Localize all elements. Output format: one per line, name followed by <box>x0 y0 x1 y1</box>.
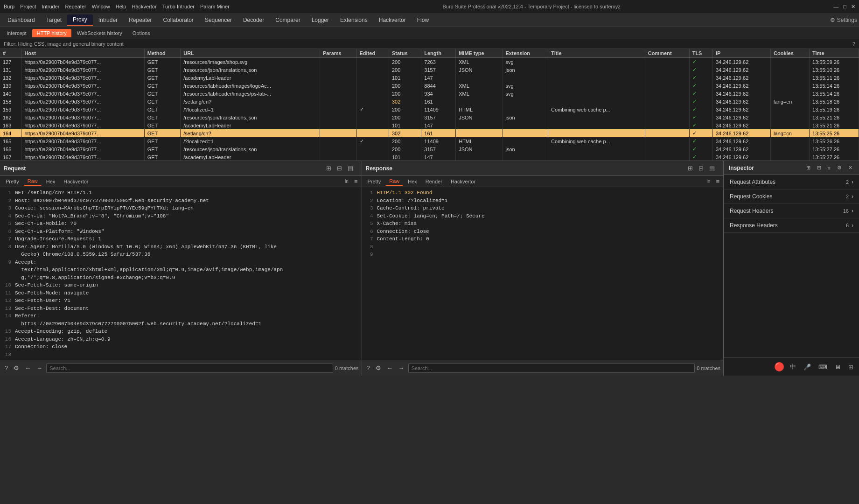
window-controls[interactable]: — □ ✕ <box>833 4 855 10</box>
table-row[interactable]: 139https://0a29007b04e9d379c077...GET/re… <box>0 82 859 90</box>
mic-icon[interactable]: 🎤 <box>802 363 813 371</box>
inspector-settings-icon[interactable]: ⚙ <box>835 164 844 172</box>
req-tab-hex[interactable]: Hex <box>42 178 59 185</box>
response-ln-toggle[interactable]: ln <box>705 177 712 186</box>
table-row[interactable]: 166https://0a29007b04e9d379c077...GET/re… <box>0 145 859 153</box>
menu-help[interactable]: Help <box>116 4 126 9</box>
table-row[interactable]: 127https://0a29007b04e9d379c077...GET/re… <box>0 58 859 66</box>
table-row[interactable]: 132https://0a29007b04e9d379c077...GET/ac… <box>0 74 859 82</box>
maximize-button[interactable]: □ <box>843 4 846 10</box>
filter-bar[interactable]: Filter: Hiding CSS, image and general bi… <box>0 39 859 49</box>
tab-intruder[interactable]: Intruder <box>93 15 123 25</box>
table-row[interactable]: 159https://0a29007b04e9d379c077...GET/?l… <box>0 105 859 113</box>
menu-intruder[interactable]: Intruder <box>42 4 60 9</box>
col-header-method[interactable]: Method <box>144 49 181 58</box>
tab-hackvertor[interactable]: Hackvertor <box>373 15 412 25</box>
menu-repeater[interactable]: Repeater <box>65 4 86 9</box>
tab-comparer[interactable]: Comparer <box>270 15 306 25</box>
tab-flow[interactable]: Flow <box>412 15 434 25</box>
req-tab-raw[interactable]: Raw <box>24 177 42 186</box>
response-view-toggle-1[interactable]: ⊞ <box>686 164 695 173</box>
menu-project[interactable]: Project <box>20 4 36 9</box>
col-header-cookies[interactable]: Cookies <box>771 49 810 58</box>
col-header-length[interactable]: Length <box>421 49 456 58</box>
inspector-section-row[interactable]: Request Attributes2› <box>724 175 859 189</box>
inspector-section-row[interactable]: Request Cookies2› <box>724 189 859 204</box>
tab-repeater[interactable]: Repeater <box>123 15 157 25</box>
response-search-input[interactable] <box>408 364 695 373</box>
col-header-url[interactable]: URL <box>181 49 320 58</box>
col-header-host[interactable]: Host <box>21 49 144 58</box>
col-header-time[interactable]: Time <box>810 49 859 58</box>
response-settings-icon[interactable]: ⚙ <box>374 364 383 372</box>
col-header-ip[interactable]: IP <box>712 49 770 58</box>
http-history-table-container[interactable]: # Host Method URL Params Edited Status L… <box>0 49 859 161</box>
tab-sequencer[interactable]: Sequencer <box>199 15 237 25</box>
filter-help-icon[interactable]: ? <box>852 41 855 47</box>
grid-icon[interactable]: ⊞ <box>846 363 855 371</box>
col-header-ext[interactable]: Extension <box>503 49 548 58</box>
col-header-title[interactable]: Title <box>548 49 645 58</box>
request-ln-toggle[interactable]: ln <box>343 177 350 186</box>
request-prev-icon[interactable]: ← <box>23 364 33 372</box>
request-next-icon[interactable]: → <box>35 364 44 372</box>
menu-param-miner[interactable]: Param Miner <box>200 4 230 9</box>
menu-bar[interactable]: Burp Project Intruder Repeater Window He… <box>4 4 230 9</box>
request-view-toggle-3[interactable]: ▤ <box>346 164 355 173</box>
settings-button[interactable]: ⚙ Settings <box>830 17 857 23</box>
tab-extensions[interactable]: Extensions <box>335 15 373 25</box>
res-tab-pretty[interactable]: Pretty <box>364 178 385 185</box>
table-row[interactable]: 163https://0a29007b04e9d379c077...GET/ac… <box>0 121 859 129</box>
menu-window[interactable]: Window <box>92 4 110 9</box>
menu-turbo-intruder[interactable]: Turbo Intruder <box>162 4 195 9</box>
req-tab-hackvertor[interactable]: Hackvertor <box>60 178 92 185</box>
response-toolbar[interactable]: ⊞ ⊟ ▤ <box>683 163 719 174</box>
col-header-status[interactable]: Status <box>389 49 421 58</box>
req-tab-pretty[interactable]: Pretty <box>2 178 23 185</box>
request-toolbar[interactable]: ⊞ ⊟ ▤ <box>321 163 358 174</box>
col-header-comment[interactable]: Comment <box>645 49 689 58</box>
request-settings-icon[interactable]: ⚙ <box>12 364 21 372</box>
table-row[interactable]: 165https://0a29007b04e9d379c077...GET/?l… <box>0 137 859 145</box>
subtab-options[interactable]: Options <box>128 29 155 37</box>
response-help-icon[interactable]: ? <box>365 364 372 372</box>
col-header-edited[interactable]: Edited <box>356 49 389 58</box>
tab-collaborator[interactable]: Collaborator <box>158 15 199 25</box>
minimize-button[interactable]: — <box>833 4 838 10</box>
request-wrap-toggle[interactable]: ≡ <box>352 177 360 186</box>
request-view-toggle-1[interactable]: ⊞ <box>324 164 333 173</box>
tab-proxy[interactable]: Proxy <box>67 14 93 26</box>
menu-burp[interactable]: Burp <box>4 4 14 9</box>
request-help-icon[interactable]: ? <box>3 364 10 372</box>
inspector-section-row[interactable]: Response Headers6› <box>724 218 859 233</box>
table-row[interactable]: 131https://0a29007b04e9d379c077...GET/re… <box>0 66 859 74</box>
res-tab-hex[interactable]: Hex <box>404 178 421 185</box>
inspector-section-row[interactable]: Request Headers16› <box>724 204 859 218</box>
col-header-tls[interactable]: TLS <box>689 49 712 58</box>
subtab-websockets[interactable]: WebSockets history <box>72 29 127 37</box>
col-header-params[interactable]: Params <box>320 49 356 58</box>
response-next-icon[interactable]: → <box>397 364 406 372</box>
inspector-toggle-1[interactable]: ⊞ <box>804 164 812 172</box>
subtab-http-history[interactable]: HTTP history <box>32 29 71 37</box>
table-row[interactable]: 140https://0a29007b04e9d379c077...GET/re… <box>0 90 859 98</box>
tab-target[interactable]: Target <box>41 15 67 25</box>
response-wrap-toggle[interactable]: ≡ <box>714 177 721 186</box>
request-view-toggle-2[interactable]: ⊟ <box>335 164 344 173</box>
monitor-icon[interactable]: 🖥 <box>833 363 843 371</box>
response-prev-icon[interactable]: ← <box>385 364 395 372</box>
table-row[interactable]: 158https://0a29007b04e9d379c077...GET/se… <box>0 98 859 105</box>
tab-decoder[interactable]: Decoder <box>237 15 270 25</box>
table-row[interactable]: 167https://0a29007b04e9d379c077...GET/ac… <box>0 153 859 161</box>
response-view-toggle-3[interactable]: ▤ <box>707 164 717 173</box>
table-row[interactable]: 162https://0a29007b04e9d379c077...GET/re… <box>0 113 859 121</box>
res-tab-raw[interactable]: Raw <box>385 177 403 186</box>
tab-logger[interactable]: Logger <box>306 15 335 25</box>
inspector-close-icon[interactable]: ✕ <box>846 164 854 172</box>
request-search-input[interactable] <box>46 364 333 373</box>
subtab-intercept[interactable]: Intercept <box>2 29 31 37</box>
tab-dashboard[interactable]: Dashboard <box>2 15 41 25</box>
inspector-list-icon[interactable]: ≡ <box>826 164 832 172</box>
response-body[interactable]: 1HTTP/1.1 302 Found2Location: /?localize… <box>362 187 724 360</box>
table-row[interactable]: 164https://0a29007b04e9d379c077...GET/se… <box>0 129 859 137</box>
